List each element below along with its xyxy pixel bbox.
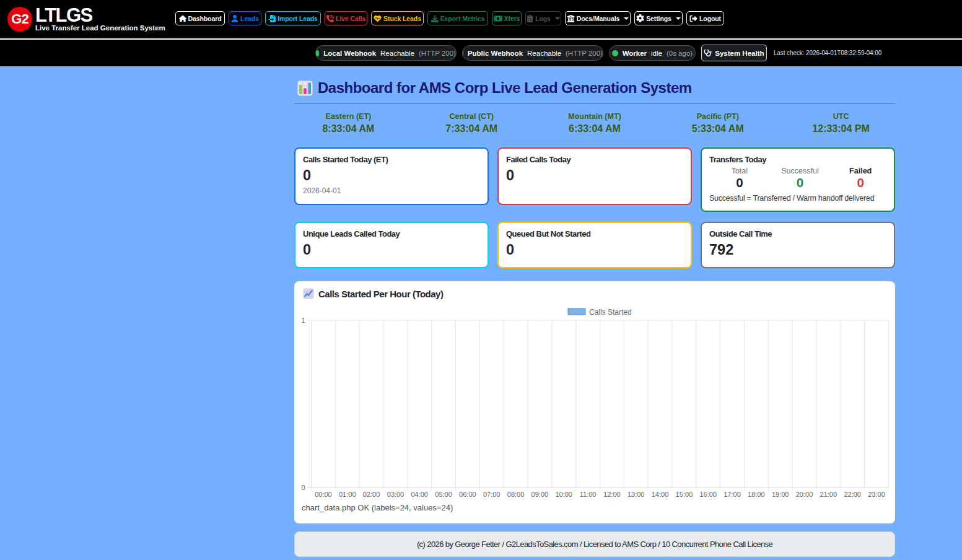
svg-text:11:00: 11:00 [580, 491, 597, 498]
svg-text:06:00: 06:00 [459, 491, 476, 498]
svg-text:13:00: 13:00 [627, 491, 645, 498]
svg-text:21:00: 21:00 [820, 491, 837, 498]
svg-text:Calls Started: Calls Started [589, 308, 632, 317]
svg-text:02:00: 02:00 [363, 491, 380, 498]
svg-text:18:00: 18:00 [748, 491, 765, 498]
svg-text:0: 0 [301, 484, 305, 491]
svg-text:03:00: 03:00 [387, 491, 404, 498]
svg-text:17:00: 17:00 [724, 491, 741, 498]
svg-text:09:00: 09:00 [531, 491, 549, 498]
svg-text:10:00: 10:00 [555, 491, 572, 498]
svg-text:16:00: 16:00 [699, 491, 717, 498]
svg-text:04:00: 04:00 [411, 491, 428, 498]
svg-text:1: 1 [301, 317, 305, 324]
svg-text:22:00: 22:00 [844, 491, 861, 498]
svg-text:20:00: 20:00 [796, 491, 813, 498]
svg-text:00:00: 00:00 [315, 491, 332, 498]
svg-text:05:00: 05:00 [435, 491, 452, 498]
svg-text:19:00: 19:00 [772, 491, 789, 498]
svg-text:14:00: 14:00 [652, 491, 669, 498]
svg-text:15:00: 15:00 [676, 491, 693, 498]
svg-text:12:00: 12:00 [603, 491, 621, 498]
svg-text:07:00: 07:00 [483, 491, 501, 498]
svg-text:23:00: 23:00 [868, 491, 885, 498]
svg-text:08:00: 08:00 [507, 491, 525, 498]
svg-text:01:00: 01:00 [339, 491, 356, 498]
